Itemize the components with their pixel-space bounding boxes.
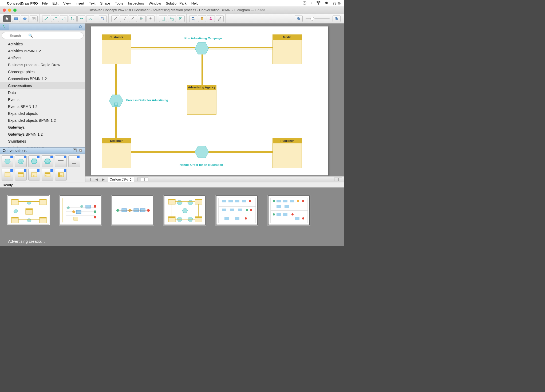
connector-3[interactable] — [60, 15, 68, 22]
rect-tool[interactable] — [12, 15, 20, 22]
category-item[interactable]: Activities — [0, 41, 85, 48]
view-mode-2[interactable] — [141, 178, 145, 181]
category-item[interactable]: Swimlanes — [0, 138, 85, 145]
wifi-icon[interactable] — [316, 1, 321, 6]
menu-tools[interactable]: Tools — [115, 1, 123, 5]
page-pause-icon[interactable]: ❙❙ — [87, 177, 92, 182]
category-item[interactable]: Events — [0, 96, 85, 103]
library-search-input[interactable] — [2, 32, 84, 39]
save-library-icon[interactable] — [73, 148, 77, 153]
zoom-slider[interactable] — [306, 18, 330, 19]
category-item[interactable]: Swimlanes BPMN 1.2 — [0, 145, 85, 147]
eyedropper-tool[interactable] — [216, 15, 224, 22]
participant-customer[interactable]: Customer — [102, 34, 131, 64]
shape-participant-v-multi[interactable] — [55, 169, 67, 181]
category-item[interactable]: Expanded objects — [0, 110, 85, 117]
category-item[interactable]: Artifacts — [0, 54, 85, 61]
thumbnail[interactable] — [164, 195, 206, 225]
menu-edit[interactable]: Edit — [53, 1, 58, 5]
library-tab-search[interactable] — [76, 24, 85, 30]
category-item[interactable]: Choreographies — [0, 68, 85, 75]
participant-media[interactable]: Media — [272, 34, 302, 64]
close-library-icon[interactable] — [79, 148, 82, 153]
zoom-button[interactable] — [13, 9, 17, 12]
distribute-tool[interactable] — [147, 15, 155, 22]
category-item[interactable]: Connections BPMN 1.2 — [0, 75, 85, 82]
pointer-tool[interactable] — [3, 15, 11, 22]
connector-1[interactable] — [42, 15, 50, 22]
menu-window[interactable]: Window — [149, 1, 161, 5]
line-2[interactable] — [120, 15, 128, 22]
conversation-link[interactable] — [201, 54, 203, 85]
bluetooth-icon[interactable]: ⌖ — [310, 1, 312, 5]
thumbnail[interactable] — [268, 195, 310, 225]
connector-6[interactable] — [86, 15, 94, 22]
minimize-button[interactable] — [8, 9, 11, 12]
menu-file[interactable]: File — [42, 1, 48, 5]
zoom-out-button[interactable] — [295, 15, 303, 22]
zoom-in-button[interactable] — [333, 15, 341, 22]
shape-corner[interactable] — [68, 155, 80, 167]
volume-icon[interactable] — [325, 1, 329, 6]
category-item[interactable]: Events BPMN 1.2 — [0, 103, 85, 110]
connector-4[interactable] — [69, 15, 77, 22]
category-item[interactable]: Gateways — [0, 124, 85, 131]
conversation-run[interactable] — [194, 42, 209, 55]
participant-agency[interactable]: Advertising Agency — [187, 85, 216, 115]
thumbnail[interactable] — [8, 195, 49, 225]
footer-btn-1[interactable] — [334, 178, 338, 181]
layout-tool[interactable] — [99, 15, 107, 22]
menu-insert[interactable]: Insert — [76, 1, 84, 5]
align-tool[interactable] — [138, 15, 146, 22]
view-mode-1[interactable] — [137, 178, 141, 181]
line-3[interactable] — [129, 15, 137, 22]
thumbnail[interactable] — [112, 195, 153, 225]
participant-publisher[interactable]: Publisher — [272, 138, 302, 168]
menu-view[interactable]: View — [63, 1, 71, 5]
footer-btn-2[interactable] — [338, 178, 342, 181]
connector-2[interactable] — [51, 15, 59, 22]
category-item[interactable]: Data — [0, 89, 85, 96]
menu-solution-park[interactable]: Solution Park — [166, 1, 186, 5]
line-1[interactable] — [111, 15, 119, 22]
shape-participant-header-multi[interactable] — [42, 169, 53, 181]
zoom-select[interactable]: Custom 63% ▲▼ — [108, 177, 134, 182]
shape-participant-multi[interactable] — [28, 169, 40, 181]
canvas[interactable]: Customer Media Advertising Agency Design… — [85, 23, 344, 176]
page-next-icon[interactable]: ▶ — [101, 177, 106, 182]
select-group-2[interactable] — [168, 15, 176, 22]
connector-5[interactable] — [77, 15, 85, 22]
shape-link[interactable] — [55, 155, 67, 167]
category-item[interactable]: Expanded objects BPMN 1.2 — [0, 117, 85, 124]
category-item[interactable]: Activities BPMN 1.2 — [0, 48, 85, 54]
category-item[interactable]: Conversations — [0, 82, 85, 89]
category-item[interactable]: Business process - Rapid Draw — [0, 61, 85, 68]
shape-call-conversation[interactable] — [28, 155, 40, 167]
conversation-process[interactable] — [109, 94, 124, 107]
ellipse-tool[interactable] — [21, 15, 29, 22]
user-tool[interactable] — [207, 15, 215, 22]
diagram-page[interactable]: Customer Media Advertising Agency Design… — [91, 26, 328, 176]
library-tab-list[interactable] — [67, 24, 76, 30]
shape-participant[interactable] — [2, 169, 13, 181]
menu-inspectors[interactable]: Inspectors — [128, 1, 144, 5]
shape-call-sub-conversation[interactable] — [42, 155, 53, 167]
menu-help[interactable]: Help — [191, 1, 199, 5]
view-mode-3[interactable] — [145, 178, 148, 181]
history-icon[interactable] — [302, 1, 307, 6]
thumbnail[interactable] — [60, 195, 101, 225]
select-group-1[interactable] — [159, 15, 167, 22]
menu-text[interactable]: Text — [89, 1, 95, 5]
shape-conversation[interactable] — [2, 155, 13, 167]
pan-tool[interactable] — [198, 15, 206, 22]
library-tab-tree[interactable] — [0, 24, 9, 30]
page-prev-icon[interactable]: ◀ — [94, 177, 99, 182]
text-tool[interactable] — [30, 15, 38, 22]
menu-shape[interactable]: Shape — [100, 1, 110, 5]
chevron-down-icon[interactable]: ⌄ — [266, 8, 269, 12]
shape-participant-header[interactable] — [15, 169, 27, 181]
thumbnail[interactable] — [216, 195, 258, 225]
close-button[interactable] — [3, 9, 6, 12]
stepper-icon[interactable]: ▲▼ — [130, 177, 132, 182]
participant-designer[interactable]: Designer — [102, 138, 131, 168]
